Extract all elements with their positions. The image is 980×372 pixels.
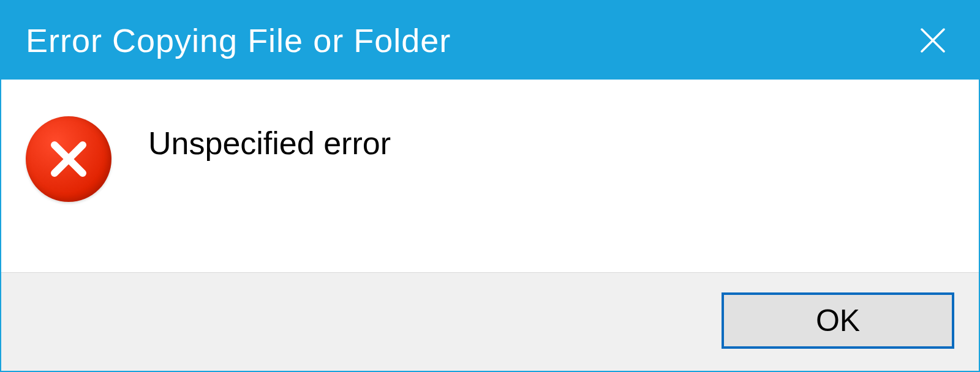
content-area: Unspecified error bbox=[1, 80, 979, 272]
close-button[interactable] bbox=[905, 1, 960, 80]
error-dialog: Error Copying File or Folder Unspecified… bbox=[0, 0, 980, 372]
ok-button[interactable]: OK bbox=[722, 292, 954, 349]
button-bar: OK bbox=[1, 272, 979, 371]
error-icon bbox=[26, 116, 111, 202]
error-message: Unspecified error bbox=[148, 116, 391, 162]
dialog-title: Error Copying File or Folder bbox=[26, 21, 451, 59]
titlebar: Error Copying File or Folder bbox=[1, 1, 979, 80]
close-icon bbox=[919, 27, 946, 54]
